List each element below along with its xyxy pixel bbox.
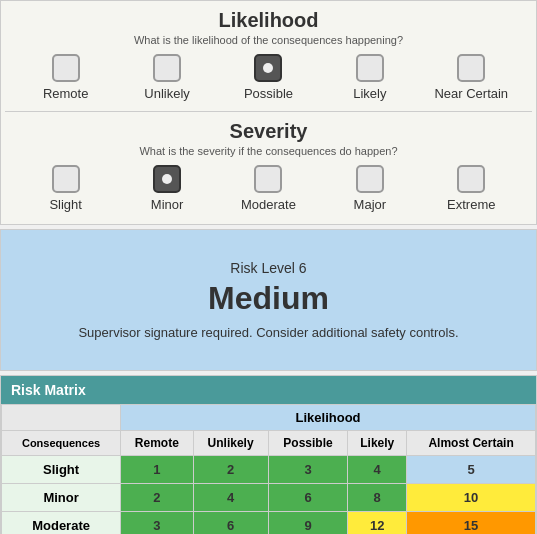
likelihood-label-2: Possible (244, 86, 293, 101)
matrix-cell-1-4: 10 (407, 484, 536, 512)
risk-level-label: Risk Level 6 (21, 260, 516, 276)
matrix-row: Slight12345 (2, 456, 536, 484)
matrix-cell-1-1: 4 (193, 484, 268, 512)
likelihood-radio-3[interactable] (356, 54, 384, 82)
likelihood-radio-0[interactable] (52, 54, 80, 82)
severity-option-minor[interactable]: Minor (127, 165, 207, 212)
consequences-col-header: Consequences (2, 431, 121, 456)
matrix-cell-0-1: 2 (193, 456, 268, 484)
likelihood-option-near-certain[interactable]: Near Certain (431, 54, 511, 101)
matrix-section: Risk Matrix Likelihood Consequences Remo… (0, 375, 537, 534)
row-header-moderate: Moderate (2, 512, 121, 535)
col-header-almost-certain: Almost Certain (407, 431, 536, 456)
likelihood-col-header: Likelihood (121, 405, 536, 431)
severity-section: Severity What is the severity if the con… (5, 120, 532, 212)
severity-label-3: Major (354, 197, 387, 212)
matrix-cell-0-2: 3 (268, 456, 348, 484)
likelihood-title: Likelihood (5, 9, 532, 32)
likelihood-label-3: Likely (353, 86, 386, 101)
likelihood-radio-2[interactable] (254, 54, 282, 82)
matrix-cell-1-0: 2 (121, 484, 193, 512)
matrix-cell-0-4: 5 (407, 456, 536, 484)
risk-section: Risk Level 6 Medium Supervisor signature… (0, 229, 537, 371)
matrix-cell-2-4: 15 (407, 512, 536, 535)
likelihood-radio-4[interactable] (457, 54, 485, 82)
col-header-likely: Likely (348, 431, 407, 456)
likelihood-option-likely[interactable]: Likely (330, 54, 410, 101)
severity-radio-2[interactable] (254, 165, 282, 193)
matrix-row: Moderate3691215 (2, 512, 536, 535)
severity-option-slight[interactable]: Slight (26, 165, 106, 212)
matrix-cell-2-1: 6 (193, 512, 268, 535)
likelihood-option-remote[interactable]: Remote (26, 54, 106, 101)
risk-matrix-table: Likelihood Consequences Remote Unlikely … (1, 404, 536, 534)
severity-label-4: Extreme (447, 197, 495, 212)
row-header-slight: Slight (2, 456, 121, 484)
severity-radio-0[interactable] (52, 165, 80, 193)
severity-radio-1[interactable] (153, 165, 181, 193)
likelihood-option-possible[interactable]: Possible (228, 54, 308, 101)
severity-label-0: Slight (49, 197, 82, 212)
row-header-minor: Minor (2, 484, 121, 512)
matrix-cell-0-3: 4 (348, 456, 407, 484)
matrix-cell-1-3: 8 (348, 484, 407, 512)
severity-radio-3[interactable] (356, 165, 384, 193)
top-section: Likelihood What is the likelihood of the… (0, 0, 537, 225)
severity-label-1: Minor (151, 197, 184, 212)
matrix-cell-2-2: 9 (268, 512, 348, 535)
risk-description: Supervisor signature required. Consider … (21, 325, 516, 340)
severity-question: What is the severity if the consequences… (5, 145, 532, 157)
severity-option-moderate[interactable]: Moderate (228, 165, 308, 212)
likelihood-section: Likelihood What is the likelihood of the… (5, 9, 532, 101)
severity-option-extreme[interactable]: Extreme (431, 165, 511, 212)
severity-radio-4[interactable] (457, 165, 485, 193)
matrix-cell-1-2: 6 (268, 484, 348, 512)
matrix-row: Minor246810 (2, 484, 536, 512)
col-header-remote: Remote (121, 431, 193, 456)
matrix-title: Risk Matrix (1, 376, 536, 404)
likelihood-question: What is the likelihood of the consequenc… (5, 34, 532, 46)
likelihood-label-0: Remote (43, 86, 89, 101)
severity-title: Severity (5, 120, 532, 143)
matrix-cell-0-0: 1 (121, 456, 193, 484)
severity-options: SlightMinorModerateMajorExtreme (5, 165, 532, 212)
likelihood-options: RemoteUnlikelyPossibleLikelyNear Certain (5, 54, 532, 101)
likelihood-label-4: Near Certain (434, 86, 508, 101)
severity-label-2: Moderate (241, 197, 296, 212)
likelihood-radio-1[interactable] (153, 54, 181, 82)
matrix-cell-2-0: 3 (121, 512, 193, 535)
risk-level-value: Medium (21, 280, 516, 317)
likelihood-option-unlikely[interactable]: Unlikely (127, 54, 207, 101)
col-header-unlikely: Unlikely (193, 431, 268, 456)
likelihood-label-1: Unlikely (144, 86, 190, 101)
severity-option-major[interactable]: Major (330, 165, 410, 212)
col-header-possible: Possible (268, 431, 348, 456)
matrix-cell-2-3: 12 (348, 512, 407, 535)
